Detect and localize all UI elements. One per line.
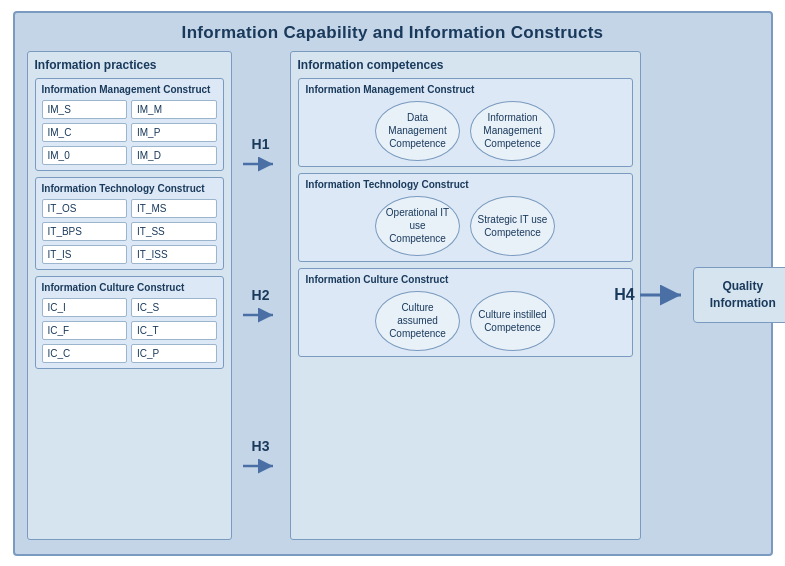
im-ellipse-2: Information Management Competence [470,101,555,161]
ic-ellipses-row: Culture assumed Competence Culture insti… [306,291,625,351]
list-item: IT_OS [42,199,128,218]
it-construct-box: Information Technology Construct IT_OS I… [35,177,224,270]
it-ellipse-2: Strategic IT use Competence [470,196,555,256]
im-ellipse-1: Data Management Competence [375,101,460,161]
list-item: IT_MS [131,199,217,218]
ic-competence-construct: Information Culture Construct Culture as… [298,268,633,357]
list-item: IT_ISS [131,245,217,264]
list-item: IM_M [131,100,217,119]
it-items-grid: IT_OS IT_MS IT_BPS IT_SS IT_IS IT_ISS [42,199,217,264]
h4-row: H4 Quality Information [614,267,785,323]
list-item: IT_IS [42,245,128,264]
list-item: IM_P [131,123,217,142]
im-competence-title: Information Management Construct [306,84,625,95]
list-item: IM_D [131,146,217,165]
list-item: IC_I [42,298,128,317]
h4-arrow-icon [640,283,688,307]
list-item: IT_BPS [42,222,128,241]
list-item: IC_S [131,298,217,317]
ic-ellipse-2: Culture instilled Competence [470,291,555,351]
list-item: IC_F [42,321,128,340]
h3-label: H3 [252,438,270,454]
far-right-column: H4 Quality Information [649,51,759,540]
it-construct-title: Information Technology Construct [42,183,217,194]
h3-arrow-icon [243,457,279,475]
list-item: IM_C [42,123,128,142]
content-row: Information practices Information Manage… [27,51,759,540]
practices-title: Information practices [35,58,224,72]
ic-construct-box: Information Culture Construct IC_I IC_S … [35,276,224,369]
im-ellipses-row: Data Management Competence Information M… [306,101,625,161]
it-ellipses-row: Operational IT use Competence Strategic … [306,196,625,256]
it-competence-title: Information Technology Construct [306,179,625,190]
arrows-column: H1 H2 H3 [240,51,282,540]
ic-items-grid: IC_I IC_S IC_F IC_T IC_C IC_P [42,298,217,363]
h2-label: H2 [252,287,270,303]
h2-arrow-icon [243,306,279,324]
outer-container: Information Capability and Information C… [13,11,773,556]
h2-row: H2 [243,287,279,324]
main-title: Information Capability and Information C… [27,23,759,43]
list-item: IC_P [131,344,217,363]
h3-row: H3 [243,438,279,475]
ic-ellipse-1: Culture assumed Competence [375,291,460,351]
list-item: IT_SS [131,222,217,241]
ic-construct-title: Information Culture Construct [42,282,217,293]
list-item: IC_T [131,321,217,340]
im-competence-construct: Information Management Construct Data Ma… [298,78,633,167]
list-item: IC_C [42,344,128,363]
im-items-grid: IM_S IM_M IM_C IM_P IM_0 IM_D [42,100,217,165]
im-construct-box: Information Management Construct IM_S IM… [35,78,224,171]
ic-competence-title: Information Culture Construct [306,274,625,285]
it-ellipse-1: Operational IT use Competence [375,196,460,256]
competences-panel: Information competences Information Mana… [290,51,641,540]
list-item: IM_0 [42,146,128,165]
quality-information-box: Quality Information [693,267,785,323]
h1-row: H1 [243,136,279,173]
competences-title: Information competences [298,58,633,72]
it-competence-construct: Information Technology Construct Operati… [298,173,633,262]
im-construct-title: Information Management Construct [42,84,217,95]
h1-arrow-icon [243,155,279,173]
practices-panel: Information practices Information Manage… [27,51,232,540]
h4-label: H4 [614,286,634,304]
list-item: IM_S [42,100,128,119]
h1-label: H1 [252,136,270,152]
